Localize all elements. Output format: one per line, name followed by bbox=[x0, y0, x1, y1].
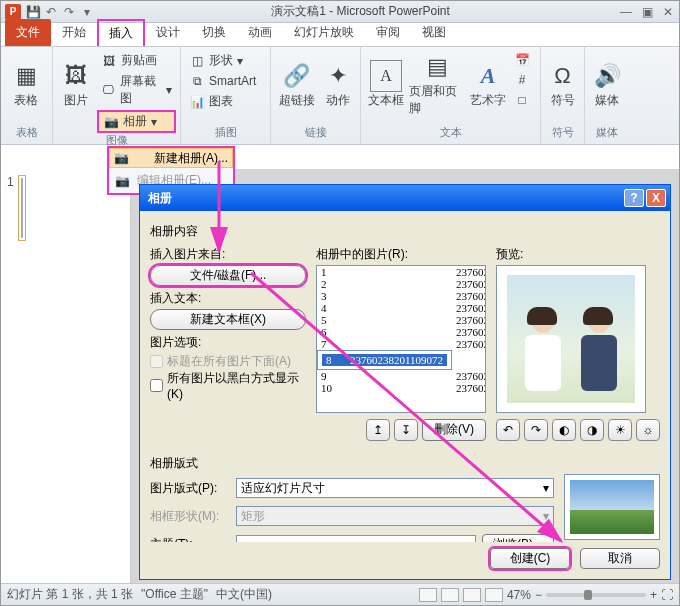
hyperlink-button[interactable]: 🔗超链接 bbox=[275, 49, 318, 119]
fit-button[interactable]: ⛶ bbox=[661, 588, 673, 602]
list-item[interactable]: 223760238201109072 bbox=[317, 278, 486, 290]
cancel-button[interactable]: 取消 bbox=[580, 548, 660, 569]
tables-label: 表格 bbox=[14, 92, 38, 109]
list-item[interactable]: 623760238201109072 bbox=[317, 326, 486, 338]
group-text-label: 文本 bbox=[365, 125, 536, 142]
contrast-up-button[interactable]: ◐ bbox=[552, 419, 576, 441]
rotate-right-button[interactable]: ↷ bbox=[524, 419, 548, 441]
tab-slideshow[interactable]: 幻灯片放映 bbox=[283, 19, 365, 46]
shapes-button[interactable]: ◫形状▾ bbox=[185, 51, 260, 70]
zoom-level[interactable]: 47% bbox=[507, 588, 531, 602]
slide-count: 幻灯片 第 1 张，共 1 张 bbox=[7, 586, 133, 603]
tab-transition[interactable]: 切换 bbox=[191, 19, 237, 46]
section-content-label: 相册内容 bbox=[150, 223, 660, 240]
close-button[interactable]: ✕ bbox=[661, 5, 675, 19]
preview-pane bbox=[496, 265, 646, 413]
theme-input[interactable] bbox=[236, 535, 476, 543]
dialog-close-button[interactable]: X bbox=[646, 189, 666, 207]
smartart-button[interactable]: ⧉SmartArt bbox=[185, 72, 260, 90]
zoom-slider[interactable] bbox=[546, 593, 646, 597]
headerfooter-button[interactable]: ▤页眉和页脚 bbox=[409, 49, 465, 119]
clipart-button[interactable]: 🖼剪贴画 bbox=[97, 51, 176, 70]
datetime-icon: 📅 bbox=[515, 52, 530, 68]
frame-shape-label: 相框形状(M): bbox=[150, 508, 230, 525]
list-item[interactable]: 123760238201109081 bbox=[317, 266, 486, 278]
tab-view[interactable]: 视图 bbox=[411, 19, 457, 46]
symbols-button[interactable]: Ω符号 bbox=[545, 49, 580, 119]
tab-animation[interactable]: 动画 bbox=[237, 19, 283, 46]
tab-home[interactable]: 开始 bbox=[51, 19, 97, 46]
view-slideshow-button[interactable] bbox=[485, 588, 503, 602]
bw-checkbox[interactable]: 所有图片以黑白方式显示(K) bbox=[150, 370, 306, 401]
browse-button[interactable]: 浏览(B)... bbox=[482, 534, 554, 542]
move-up-button[interactable]: ↥ bbox=[366, 419, 390, 441]
list-item[interactable]: 423760238201109072 bbox=[317, 302, 486, 314]
view-sorter-button[interactable] bbox=[441, 588, 459, 602]
rotate-left-button[interactable]: ↶ bbox=[496, 419, 520, 441]
picture-button[interactable]: 🖼图片 bbox=[57, 49, 95, 119]
caption-label: 标题在所有图片下面(A) bbox=[167, 353, 291, 370]
tab-insert[interactable]: 插入 bbox=[97, 19, 145, 46]
tab-file[interactable]: 文件 bbox=[5, 19, 51, 46]
zoom-in-button[interactable]: + bbox=[650, 588, 657, 602]
chart-button[interactable]: 📊图表 bbox=[185, 92, 260, 111]
new-album-item[interactable]: 📷新建相册(A)... bbox=[109, 148, 233, 168]
minimize-button[interactable]: — bbox=[618, 5, 634, 19]
slidenum-button[interactable]: # bbox=[511, 71, 533, 89]
wordart-button[interactable]: A艺术字 bbox=[467, 49, 509, 119]
tab-review[interactable]: 审阅 bbox=[365, 19, 411, 46]
list-item[interactable]: 723760238201109072 bbox=[317, 338, 486, 350]
speaker-icon: 🔊 bbox=[591, 60, 623, 92]
action-button[interactable]: ✦动作 bbox=[320, 49, 356, 119]
zoom-out-button[interactable]: − bbox=[535, 588, 542, 602]
symbols-label: 符号 bbox=[551, 92, 575, 109]
group-illus-label: 插图 bbox=[185, 125, 266, 142]
view-reading-button[interactable] bbox=[463, 588, 481, 602]
group-media-label: 媒体 bbox=[589, 125, 625, 142]
object-button[interactable]: □ bbox=[511, 91, 533, 109]
restore-button[interactable]: ▣ bbox=[640, 5, 655, 19]
insert-text-label: 插入文本: bbox=[150, 290, 306, 307]
album-button[interactable]: 📷相册▾ bbox=[97, 110, 176, 133]
list-item[interactable]: 523760238201109072 bbox=[317, 314, 486, 326]
tables-button[interactable]: ▦表格 bbox=[5, 49, 47, 119]
list-item[interactable]: 923760238201109072 bbox=[317, 370, 486, 382]
dialog-title: 相册 bbox=[144, 190, 622, 207]
create-button[interactable]: 创建(C) bbox=[490, 548, 570, 569]
hyperlink-icon: 🔗 bbox=[281, 60, 313, 92]
qat-more-icon[interactable]: ▾ bbox=[79, 4, 95, 20]
omega-icon: Ω bbox=[547, 60, 579, 92]
group-tables-label: 表格 bbox=[5, 125, 48, 142]
textbox-button[interactable]: A文本框 bbox=[365, 49, 407, 119]
move-down-button[interactable]: ↧ bbox=[394, 419, 418, 441]
dialog-help-button[interactable]: ? bbox=[624, 189, 644, 207]
list-item[interactable]: 323760238201109072 bbox=[317, 290, 486, 302]
screenshot-button[interactable]: 🖵屏幕截图▾ bbox=[97, 72, 176, 108]
qat-undo-icon[interactable]: ↶ bbox=[43, 4, 59, 20]
clipart-label: 剪贴画 bbox=[121, 52, 157, 69]
pic-layout-value: 适应幻灯片尺寸 bbox=[241, 480, 325, 497]
album-listbox[interactable]: 1237602382011090812237602382011090723237… bbox=[316, 265, 486, 413]
language[interactable]: 中文(中国) bbox=[216, 586, 272, 603]
list-item[interactable]: 1023760238201109072 bbox=[317, 382, 486, 394]
hyperlink-label: 超链接 bbox=[279, 92, 315, 109]
qat-save-icon[interactable]: 💾 bbox=[25, 4, 41, 20]
qat-redo-icon[interactable]: ↷ bbox=[61, 4, 77, 20]
list-item[interactable]: 823760238201109072 bbox=[317, 350, 452, 370]
file-disk-button[interactable]: 文件/磁盘(F)... bbox=[150, 265, 306, 286]
media-button[interactable]: 🔊媒体 bbox=[589, 49, 625, 119]
app-icon: P bbox=[5, 4, 21, 20]
view-normal-button[interactable] bbox=[419, 588, 437, 602]
pic-layout-select[interactable]: 适应幻灯片尺寸▾ bbox=[236, 478, 554, 498]
datetime-button[interactable]: 📅 bbox=[511, 51, 533, 69]
contrast-down-button[interactable]: ◑ bbox=[580, 419, 604, 441]
new-textbox-button[interactable]: 新建文本框(X) bbox=[150, 309, 306, 330]
remove-button[interactable]: 删除(V) bbox=[422, 419, 486, 441]
chevron-down-icon: ▾ bbox=[543, 481, 549, 495]
tab-design[interactable]: 设计 bbox=[145, 19, 191, 46]
ribbon: ▦表格 表格 🖼图片 🖼剪贴画 🖵屏幕截图▾ 📷相册▾ 图像 ◫形状▾ ⧉Sma… bbox=[1, 47, 679, 145]
brightness-up-button[interactable]: ☀ bbox=[608, 419, 632, 441]
slide-thumbnail[interactable] bbox=[18, 175, 26, 241]
brightness-down-button[interactable]: ☼ bbox=[636, 419, 660, 441]
slide-thumbnails[interactable]: 1 bbox=[1, 169, 131, 583]
